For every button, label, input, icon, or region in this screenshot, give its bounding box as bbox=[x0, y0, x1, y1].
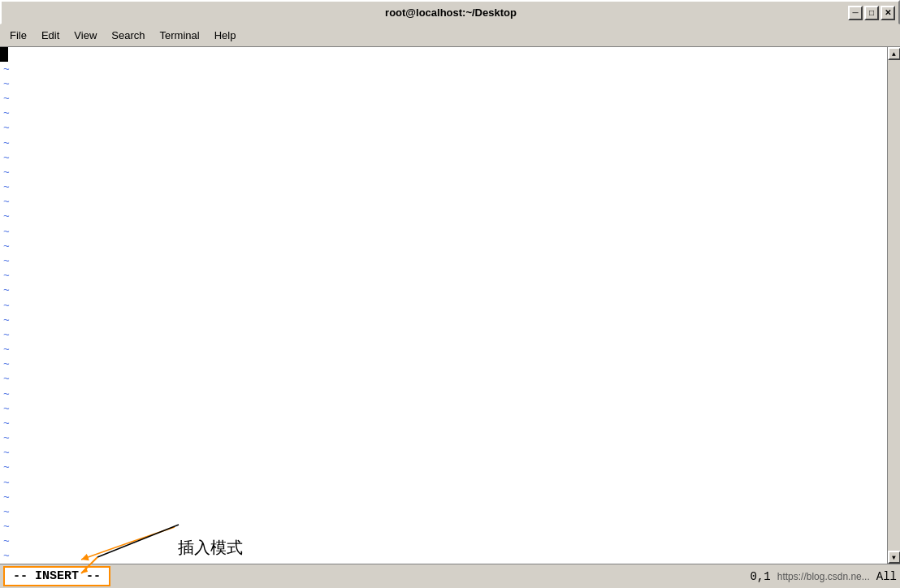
tilde-row: ~ bbox=[0, 430, 16, 445]
maximize-button[interactable]: □ bbox=[864, 6, 879, 20]
title-bar: root@localhost:~/Desktop ─ □ ✕ bbox=[0, 0, 900, 24]
view-all-label: All bbox=[876, 570, 897, 583]
tilde-row: ~ bbox=[0, 534, 16, 549]
tilde-row: ~ bbox=[0, 313, 16, 327]
scrollbar[interactable]: ▲ ▼ bbox=[887, 47, 900, 564]
url-hint: https://blog.csdn.ne... bbox=[777, 571, 870, 582]
tilde-row: ~ bbox=[0, 92, 16, 106]
tilde-row: ~ bbox=[0, 387, 16, 401]
tilde-row: ~ bbox=[0, 504, 16, 519]
tilde-row: ~ bbox=[0, 224, 16, 239]
tilde-column: ~ ~ ~ ~ ~ ~ ~ ~ ~ ~ ~ ~ ~ ~ ~ ~ ~ ~ ~ ~ bbox=[0, 47, 16, 564]
menu-terminal[interactable]: Terminal bbox=[154, 27, 206, 44]
editor-container: ~ ~ ~ ~ ~ ~ ~ ~ ~ ~ ~ ~ ~ ~ ~ ~ ~ ~ ~ ~ bbox=[0, 47, 900, 564]
menu-bar: File Edit View Search Terminal Help bbox=[0, 24, 900, 47]
tilde-row: ~ bbox=[0, 520, 16, 534]
tilde-row: ~ bbox=[0, 180, 16, 195]
text-cursor bbox=[0, 47, 8, 62]
status-bar: -- INSERT -- 插入模式 0,1 https://blog.csdn.… bbox=[0, 564, 900, 588]
close-button[interactable]: ✕ bbox=[881, 6, 895, 20]
tilde-row: ~ bbox=[0, 165, 16, 179]
tilde-row: ~ bbox=[0, 327, 16, 342]
tilde-row: ~ bbox=[0, 253, 16, 268]
tilde-row: ~ bbox=[0, 475, 16, 490]
tilde-row: ~ bbox=[0, 150, 16, 165]
tilde-row: ~ bbox=[0, 121, 16, 136]
cursor-position: 0,1 bbox=[750, 570, 770, 583]
editor-content[interactable]: ~ ~ ~ ~ ~ ~ ~ ~ ~ ~ ~ ~ ~ ~ ~ ~ ~ ~ ~ ~ bbox=[0, 47, 887, 564]
tilde-row: ~ bbox=[0, 76, 16, 91]
status-right: 0,1 https://blog.csdn.ne... All bbox=[750, 570, 897, 583]
tilde-row: ~ bbox=[0, 269, 16, 283]
tilde-row: ~ bbox=[0, 298, 16, 313]
menu-file[interactable]: File bbox=[3, 27, 33, 44]
tilde-row: ~ bbox=[0, 239, 16, 253]
scroll-down-button[interactable]: ▼ bbox=[888, 551, 901, 564]
tilde-row: ~ bbox=[0, 195, 16, 210]
tilde-row: ~ bbox=[0, 549, 16, 564]
minimize-button[interactable]: ─ bbox=[848, 6, 863, 20]
tilde-row: ~ bbox=[0, 357, 16, 372]
scroll-up-button[interactable]: ▲ bbox=[888, 47, 901, 60]
window-title: root@localhost:~/Desktop bbox=[54, 6, 848, 19]
menu-view[interactable]: View bbox=[67, 27, 103, 44]
tilde-row: ~ bbox=[0, 490, 16, 504]
tilde-row: ~ bbox=[0, 401, 16, 416]
insert-mode-label: -- INSERT -- bbox=[3, 566, 110, 586]
tilde-row: ~ bbox=[0, 460, 16, 475]
tilde-row: ~ bbox=[0, 446, 16, 460]
menu-help[interactable]: Help bbox=[208, 27, 243, 44]
scroll-track[interactable] bbox=[888, 60, 900, 551]
menu-edit[interactable]: Edit bbox=[35, 27, 66, 44]
tilde-row: ~ bbox=[0, 62, 16, 76]
menu-search[interactable]: Search bbox=[105, 27, 151, 44]
cursor-line bbox=[0, 47, 16, 62]
tilde-row: ~ bbox=[0, 106, 16, 121]
text-area[interactable] bbox=[16, 47, 887, 564]
tilde-row: ~ bbox=[0, 283, 16, 298]
window-controls: ─ □ ✕ bbox=[848, 6, 895, 20]
tilde-row: ~ bbox=[0, 416, 16, 430]
tilde-row: ~ bbox=[0, 210, 16, 224]
tilde-row: ~ bbox=[0, 372, 16, 387]
tilde-row: ~ bbox=[0, 342, 16, 357]
tilde-row: ~ bbox=[0, 136, 16, 150]
